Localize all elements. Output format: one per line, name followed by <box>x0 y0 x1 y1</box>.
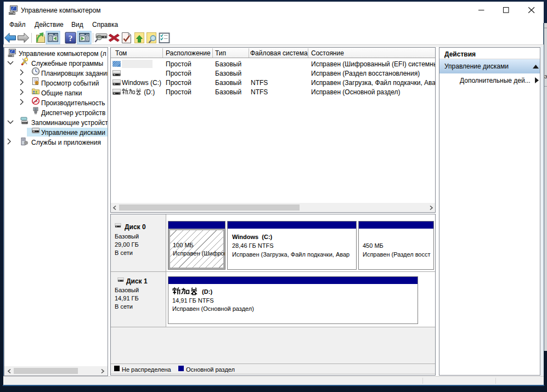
svg-text:?: ? <box>69 34 73 43</box>
